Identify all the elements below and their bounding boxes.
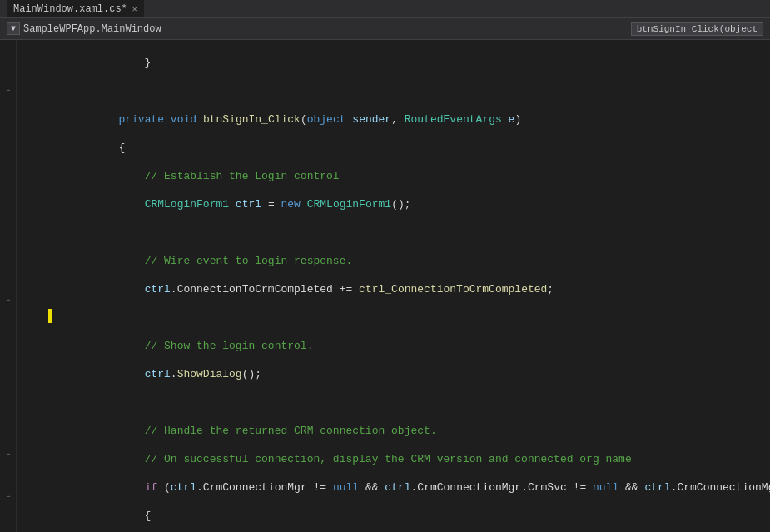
code-line: [67, 84, 763, 98]
close-icon[interactable]: ✕: [132, 4, 137, 14]
nav-bar: ▼ SampleWPFApp.MainWindow btnSignIn_Clic…: [0, 18, 770, 40]
collapse-icon-method[interactable]: −: [6, 87, 10, 95]
yellow-indicator: [48, 309, 52, 323]
code-line: // Handle the returned CRM connection ob…: [67, 424, 763, 438]
code-line: {: [67, 141, 763, 155]
code-area[interactable]: } private void btnSignIn_Click(object se…: [60, 40, 770, 532]
code-line: ctrl.ShowDialog();: [67, 367, 763, 381]
editor-container: − − − −: [0, 40, 770, 532]
code-line: {: [67, 509, 763, 523]
code-line: [67, 395, 763, 410]
code-line: [67, 311, 763, 325]
code-line: private void btnSignIn_Click(object send…: [67, 112, 763, 127]
collapse-icon-if[interactable]: −: [6, 296, 10, 305]
line-numbers: [17, 40, 48, 532]
code-line: if (ctrl.CrmConnectionMgr != null && ctr…: [67, 480, 763, 495]
breadcrumb: SampleWPFApp.MainWindow: [23, 23, 161, 35]
title-bar: MainWindow.xaml.cs* ✕: [0, 0, 770, 18]
code-line: // Wire event to login response.: [67, 254, 763, 268]
code-line: }: [67, 56, 763, 70]
editor-tab[interactable]: MainWindow.xaml.cs* ✕: [7, 0, 144, 17]
nav-arrow[interactable]: ▼: [7, 22, 20, 35]
left-margin: [48, 40, 60, 532]
code-line: // Show the login control.: [67, 339, 763, 353]
code-line: // On successful connection, display the…: [67, 452, 763, 466]
gutter: − − − −: [0, 40, 17, 532]
code-line: // Establish the Login control: [67, 169, 763, 183]
method-selector[interactable]: btnSignIn_Click(object: [631, 22, 763, 36]
code-line: CRMLoginForm1 ctrl = new CRMLoginForm1()…: [67, 197, 763, 211]
code-line: [67, 226, 763, 240]
collapse-icon-if2[interactable]: −: [6, 493, 10, 501]
tab-label: MainWindow.xaml.cs*: [13, 3, 127, 15]
code-line: ctrl.ConnectionToCrmCompleted += ctrl_Co…: [67, 282, 763, 296]
collapse-icon-ctrl[interactable]: −: [6, 450, 10, 459]
